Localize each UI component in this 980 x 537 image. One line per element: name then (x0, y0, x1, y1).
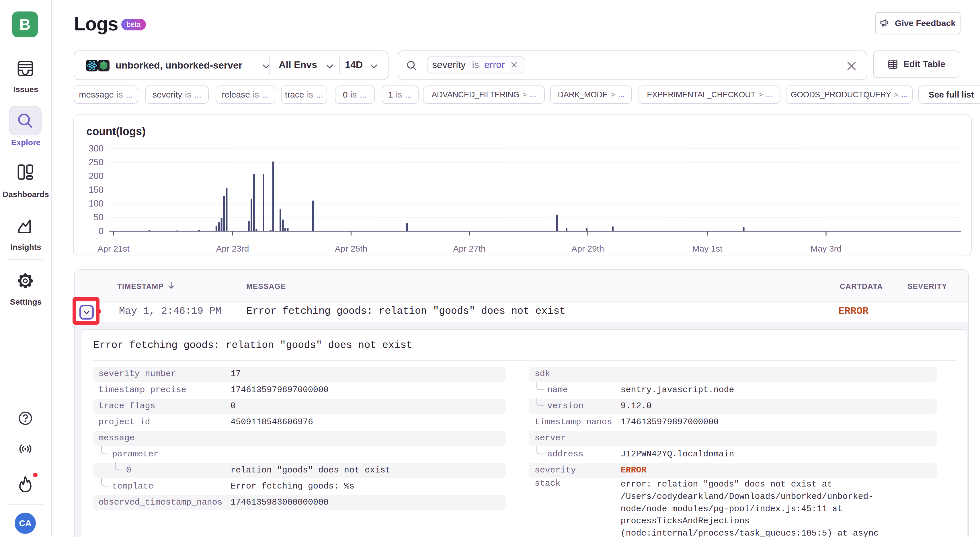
svg-text:Apr 23rd: Apr 23rd (216, 244, 249, 253)
svg-text:250: 250 (89, 157, 103, 167)
svg-text:0: 0 (99, 226, 103, 236)
svg-text:150: 150 (89, 185, 103, 195)
svg-text:100: 100 (89, 199, 103, 209)
svg-text:200: 200 (89, 171, 103, 181)
svg-text:Apr 27th: Apr 27th (453, 244, 485, 253)
svg-text:Apr 21st: Apr 21st (97, 244, 130, 253)
svg-text:300: 300 (89, 143, 103, 153)
svg-text:May 1st: May 1st (692, 244, 722, 253)
svg-text:May 3rd: May 3rd (811, 244, 842, 253)
svg-text:Apr 29th: Apr 29th (571, 244, 604, 253)
svg-text:Apr 25th: Apr 25th (335, 244, 367, 253)
svg-text:50: 50 (94, 212, 103, 222)
